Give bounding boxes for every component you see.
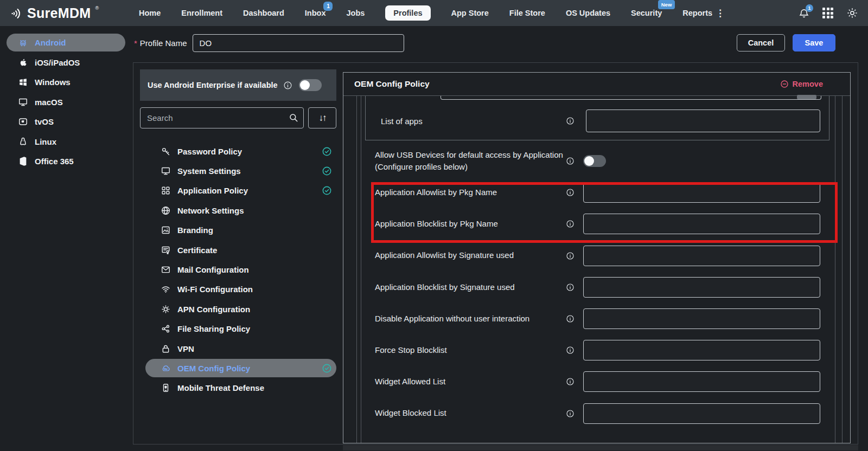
nav-item-security[interactable]: SecurityNew: [631, 9, 662, 17]
policy-item-oem-config-policy[interactable]: OEM Config Policy: [145, 359, 336, 377]
profile-name-label: Profile Name: [140, 38, 187, 48]
apple-icon: [18, 57, 28, 68]
sidebar-item-android[interactable]: Android: [7, 34, 125, 51]
sort-button[interactable]: ↓↑: [308, 107, 336, 128]
info-icon[interactable]: [566, 220, 575, 228]
info-icon[interactable]: [566, 157, 575, 165]
windows-icon: [18, 77, 28, 87]
field-input-disable-application-without-user-interac[interactable]: [583, 308, 820, 329]
policy-item-system-settings[interactable]: System Settings: [140, 161, 336, 181]
field-input-application-allowlist-by-signature-used[interactable]: [583, 246, 820, 266]
info-icon[interactable]: [283, 81, 292, 90]
check-circle-icon: [322, 185, 332, 196]
nav-item-app-store[interactable]: App Store: [451, 9, 489, 17]
search-input[interactable]: [140, 107, 304, 128]
policy-label: Mail Configuration: [177, 265, 249, 274]
platform-label: tvOS: [35, 117, 54, 126]
nav-item-home[interactable]: Home: [139, 9, 161, 17]
inner-scroll-line: [835, 96, 835, 443]
android-enterprise-toggle[interactable]: [299, 79, 322, 91]
sidebar-item-linux[interactable]: Linux: [0, 132, 133, 152]
gear-icon: [161, 304, 171, 314]
settings-gear-icon[interactable]: [846, 7, 858, 19]
remove-button[interactable]: Remove: [780, 80, 823, 88]
info-icon[interactable]: [566, 188, 575, 197]
policy-label: Certificate: [177, 246, 217, 255]
nav-item-enrollment[interactable]: Enrollment: [181, 9, 222, 17]
globe-icon: [161, 205, 171, 216]
field-input-force-stop-blocklist[interactable]: [583, 340, 820, 360]
sidebar-item-macos[interactable]: macOS: [0, 92, 133, 112]
field-row-force-stop-blocklist: Force Stop Blocklist: [375, 334, 828, 366]
info-icon[interactable]: [566, 346, 575, 355]
policy-item-certificate[interactable]: Certificate: [140, 240, 336, 260]
sidebar-item-windows[interactable]: Windows: [0, 73, 133, 93]
notifications-bell-icon[interactable]: 1: [799, 8, 809, 19]
policy-item-password-policy[interactable]: Password Policy: [140, 141, 336, 161]
platform-sidebar: AndroidiOS/iPadOSWindowsmacOStvOSLinuxOf…: [0, 33, 133, 171]
mail-icon: [161, 265, 171, 275]
info-icon[interactable]: [566, 283, 575, 292]
policy-item-file-sharing-policy[interactable]: File Sharing Policy: [140, 319, 336, 339]
cloud-icon: [161, 363, 171, 373]
nav-item-inbox[interactable]: Inbox1: [305, 9, 326, 17]
image-icon: [161, 225, 171, 235]
nav-item-file-store[interactable]: File Store: [509, 9, 545, 17]
policy-label: Password Policy: [177, 147, 242, 156]
info-icon[interactable]: [566, 252, 575, 260]
list-of-apps-input[interactable]: [586, 109, 820, 132]
policy-item-mail-configuration[interactable]: Mail Configuration: [140, 260, 336, 279]
profile-name-input[interactable]: [193, 34, 404, 52]
policy-item-vpn[interactable]: VPN: [140, 339, 336, 358]
sidebar-item-tvos[interactable]: tvOS: [0, 112, 133, 132]
overflow-menu[interactable]: ⋮: [716, 8, 725, 19]
policy-label: APN Configuration: [177, 305, 250, 314]
nav-item-reports[interactable]: Reports: [682, 9, 712, 17]
policy-item-network-settings[interactable]: Network Settings: [140, 201, 336, 220]
field-input-widget-blocked-list[interactable]: [583, 403, 820, 424]
app-grid-icon[interactable]: [822, 8, 833, 18]
vertical-scrollbar[interactable]: [842, 96, 843, 443]
field-input-application-allowlist-by-pkg-name[interactable]: [583, 182, 820, 203]
horizontal-scrollbar[interactable]: [343, 445, 858, 450]
wifi-logo-icon: [10, 7, 23, 22]
nav-item-jobs[interactable]: Jobs: [346, 9, 365, 17]
platform-label: Office 365: [35, 157, 74, 166]
policy-label: Branding: [177, 226, 213, 235]
scrollbar-thumb[interactable]: [797, 95, 816, 99]
linux-icon: [18, 137, 28, 147]
field-label: Allow USB Devices for default access by …: [375, 149, 566, 173]
clipped-input-above[interactable]: [441, 96, 821, 100]
phone-shield-icon: [161, 383, 171, 393]
field-input-widget-allowed-list[interactable]: [583, 371, 820, 392]
policy-item-application-policy[interactable]: Application Policy: [140, 181, 336, 201]
policy-item-mobile-threat-defense[interactable]: Mobile Threat Defense: [140, 378, 336, 397]
inbox-count-badge: 1: [323, 2, 333, 11]
field-toggle[interactable]: [583, 155, 606, 167]
sidebar-item-office-365[interactable]: Office 365: [0, 152, 133, 172]
cancel-button[interactable]: Cancel: [737, 34, 785, 51]
info-icon[interactable]: [566, 117, 575, 125]
nav-item-os-updates[interactable]: OS Updates: [566, 9, 610, 17]
nav-items: HomeEnrollmentDashboardInbox1JobsProfile…: [139, 5, 712, 21]
info-icon[interactable]: [566, 409, 575, 418]
policy-item-wi-fi-configuration[interactable]: Wi-Fi Configuration: [140, 280, 336, 299]
save-button[interactable]: Save: [793, 34, 835, 51]
info-icon[interactable]: [566, 377, 575, 386]
policy-label: Wi-Fi Configuration: [177, 285, 253, 294]
oem-config-panel: OEM Config Policy Remove List of apps Al…: [343, 72, 851, 443]
policy-item-apn-configuration[interactable]: APN Configuration: [140, 299, 336, 319]
monitor-icon: [161, 166, 171, 176]
panel-header: OEM Config Policy Remove: [343, 73, 850, 96]
field-input-application-blocklist-by-signature-used[interactable]: [583, 277, 820, 298]
check-circle-icon: [322, 166, 332, 176]
new-tag-badge: New: [658, 0, 675, 9]
nav-item-profiles[interactable]: Profiles: [385, 5, 430, 21]
monitor-icon: [18, 97, 28, 107]
nav-item-dashboard[interactable]: Dashboard: [243, 9, 284, 17]
field-input-application-blocklist-by-pkg-name[interactable]: [583, 214, 820, 234]
info-icon[interactable]: [566, 314, 575, 323]
sidebar-item-ios-ipados[interactable]: iOS/iPadOS: [0, 53, 133, 73]
policy-item-branding[interactable]: Branding: [140, 221, 336, 240]
brand-logo[interactable]: SureMDM ®: [10, 1, 99, 25]
